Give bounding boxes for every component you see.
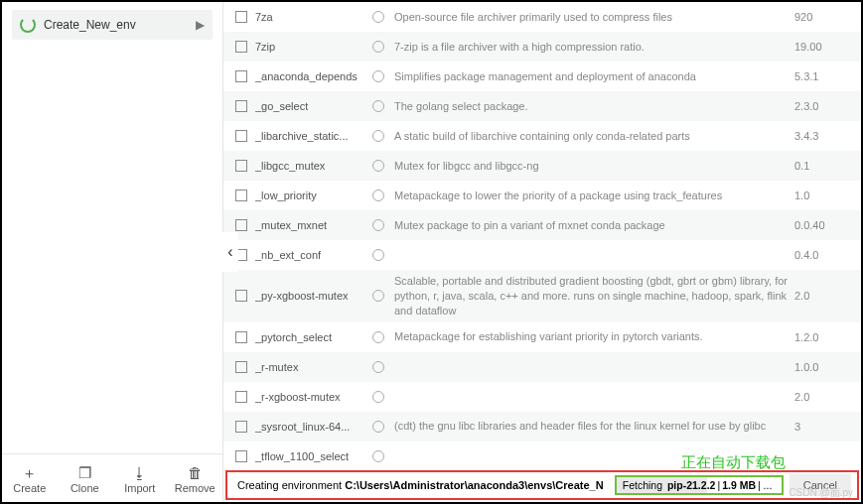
checkbox-icon[interactable]	[235, 361, 247, 373]
status-circle-icon	[372, 11, 384, 23]
collapse-sidebar-button[interactable]: ‹	[222, 232, 238, 272]
package-version: 19.00	[794, 41, 849, 53]
package-list: 7za Open-source file archiver primarily …	[223, 2, 861, 470]
play-icon[interactable]: ▶	[196, 18, 205, 32]
annotation-text: 正在自动下载包	[681, 453, 786, 472]
package-description: The golang select package.	[394, 95, 794, 118]
package-description: Metapackage to lower the priority of a p…	[394, 185, 794, 207]
package-version: 1.0	[794, 189, 849, 201]
package-version: 2.0	[794, 290, 849, 302]
clone-button[interactable]: ❐Clone	[58, 454, 113, 502]
checkbox-icon[interactable]	[235, 70, 247, 82]
status-circle-icon	[372, 189, 384, 201]
package-description: Metapackage for establishing variant pri…	[394, 325, 794, 348]
watermark: CSDN @面.py	[789, 486, 853, 500]
checkbox-icon[interactable]	[235, 189, 247, 201]
package-name: _nb_ext_conf	[255, 249, 372, 261]
package-version: 0.4.0	[794, 249, 849, 261]
package-row[interactable]: _mutex_mxnet Mutex package to pin a vari…	[223, 210, 861, 240]
checkbox-icon[interactable]	[235, 391, 247, 403]
status-circle-icon	[372, 361, 384, 373]
package-description	[394, 251, 794, 259]
package-version: 3	[794, 421, 849, 433]
package-name: 7za	[255, 11, 372, 23]
package-name: _tflow_1100_select	[255, 450, 372, 462]
status-circle-icon	[372, 100, 384, 112]
package-row[interactable]: _pytorch_select Metapackage for establis…	[223, 322, 861, 352]
checkbox-icon[interactable]	[235, 219, 247, 231]
checkbox-icon[interactable]	[235, 450, 247, 462]
package-name: _r-xgboost-mutex	[255, 391, 372, 403]
status-circle-icon	[372, 391, 384, 403]
status-circle-icon	[372, 219, 384, 231]
checkbox-icon[interactable]	[235, 41, 247, 53]
package-name: 7zip	[255, 41, 372, 53]
checkbox-icon[interactable]	[235, 421, 247, 433]
package-row[interactable]: 7za Open-source file archiver primarily …	[223, 2, 861, 32]
status-bar: Creating environment C:\Users\Administra…	[225, 470, 859, 500]
status-circle-icon	[372, 331, 384, 343]
package-description: (cdt) the gnu libc libraries and header …	[394, 415, 794, 438]
status-circle-icon	[372, 421, 384, 433]
status-circle-icon	[372, 160, 384, 172]
package-name: _anaconda_depends	[255, 70, 372, 82]
package-row[interactable]: 7zip 7-zip is a file archiver with a hig…	[223, 32, 861, 62]
checkbox-icon[interactable]	[235, 160, 247, 172]
status-circle-icon	[372, 249, 384, 261]
import-icon: ⭳	[112, 464, 168, 482]
package-version: 920	[794, 11, 849, 23]
main-panel: ‹ 7za Open-source file archiver primaril…	[223, 2, 861, 502]
package-description	[394, 363, 794, 371]
package-row[interactable]: _r-mutex 1.0.0	[223, 352, 861, 382]
create-button[interactable]: ＋Create	[2, 454, 58, 502]
package-version: 3.4.3	[794, 130, 849, 142]
package-row[interactable]: _nb_ext_conf 0.4.0	[223, 240, 861, 270]
checkbox-icon[interactable]	[235, 11, 247, 23]
package-name: _py-xgboost-mutex	[255, 290, 372, 302]
checkbox-icon[interactable]	[235, 100, 247, 112]
env-actions: ＋Create❐Clone⭳Import🗑Remove	[2, 453, 222, 502]
status-circle-icon	[372, 450, 384, 462]
package-description: A static build of libarchive containing …	[394, 125, 794, 148]
package-row[interactable]: _r-xgboost-mutex 2.0	[223, 382, 861, 412]
environments-list: Create_New_env ▶	[2, 2, 222, 453]
fetch-progress: Fetching pip-21.2.2 | 1.9 MB | ...	[615, 475, 784, 495]
package-name: _r-mutex	[255, 361, 372, 373]
package-version: 0.0.40	[794, 219, 849, 231]
sidebar: Create_New_env ▶ ＋Create❐Clone⭳Import🗑Re…	[2, 2, 223, 502]
package-version: 1.0.0	[794, 361, 849, 373]
remove-button[interactable]: 🗑Remove	[168, 454, 223, 502]
package-description: 7-zip is a file archiver with a high com…	[394, 36, 794, 59]
import-button[interactable]: ⭳Import	[112, 454, 168, 502]
checkbox-icon[interactable]	[235, 290, 247, 302]
package-row[interactable]: _libarchive_static... A static build of …	[223, 121, 861, 151]
package-row[interactable]: _sysroot_linux-64... (cdt) the gnu libc …	[223, 412, 861, 441]
checkbox-icon[interactable]	[235, 331, 247, 343]
package-row[interactable]: _py-xgboost-mutex Scalable, portable and…	[223, 270, 861, 322]
package-name: _pytorch_select	[255, 331, 372, 343]
package-description: Scalable, portable and distributed gradi…	[394, 270, 794, 322]
create-icon: ＋	[2, 464, 58, 482]
package-row[interactable]: _anaconda_depends Simplifies package man…	[223, 62, 861, 91]
package-name: _mutex_mxnet	[255, 219, 372, 231]
remove-icon: 🗑	[168, 464, 223, 482]
package-version: 5.3.1	[794, 70, 849, 82]
package-row[interactable]: _go_select The golang select package. 2.…	[223, 91, 861, 121]
clone-icon: ❐	[58, 464, 113, 482]
checkbox-icon[interactable]	[235, 130, 247, 142]
package-row[interactable]: _low_priority Metapackage to lower the p…	[223, 181, 861, 210]
status-message: Creating environment C:\Users\Administra…	[227, 479, 614, 491]
package-description: Simplifies package management and deploy…	[394, 65, 794, 88]
package-row[interactable]: _libgcc_mutex Mutex for libgcc and libgc…	[223, 151, 861, 181]
status-circle-icon	[372, 290, 384, 302]
package-version: 1.2.0	[794, 331, 849, 343]
env-item-create-new-env[interactable]: Create_New_env ▶	[12, 10, 213, 40]
package-name: _libgcc_mutex	[255, 160, 372, 172]
status-circle-icon	[372, 70, 384, 82]
package-version: 2.0	[794, 391, 849, 403]
package-name: _go_select	[255, 100, 372, 112]
package-description: Open-source file archiver primarily used…	[394, 6, 794, 29]
package-version: 2.3.0	[794, 100, 849, 112]
package-name: _low_priority	[255, 189, 372, 201]
package-name: _sysroot_linux-64...	[255, 421, 372, 433]
